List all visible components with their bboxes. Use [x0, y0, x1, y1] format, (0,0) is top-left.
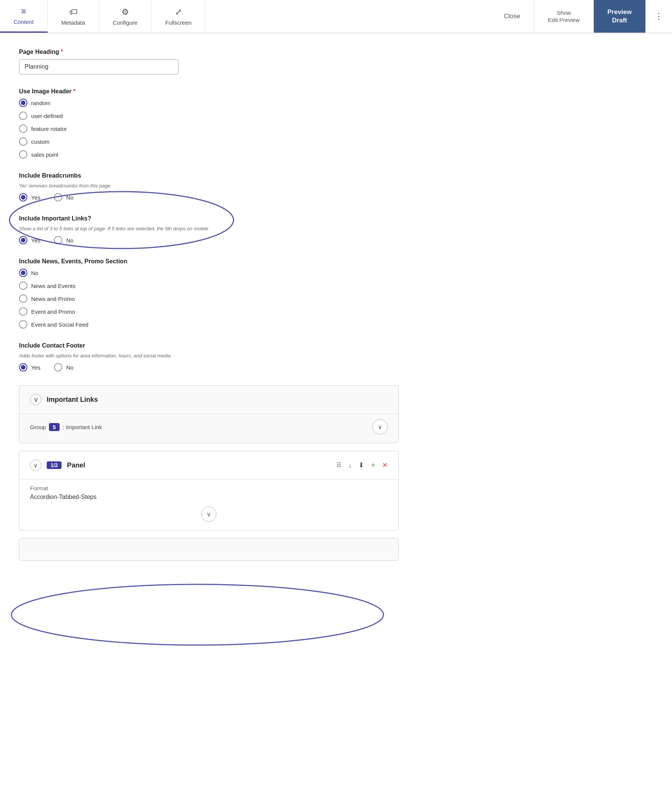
radio-user-defined-circle [19, 112, 27, 120]
radio-event-and-social-feed-label: Event and Social Feed [31, 321, 89, 328]
radio-contact-footer-yes-label: Yes [31, 364, 40, 371]
preview-draft-button[interactable]: Preview Draft [594, 0, 645, 32]
toolbar: ≡ Content 🏷 Metadata ⚙ Configure ⤢ Fulls… [0, 0, 672, 33]
include-news-events-field: Include News, Events, Promo Section No N… [19, 258, 398, 329]
radio-news-and-promo-label: News and Promo [31, 295, 75, 302]
group-number-badge: 5 [49, 423, 60, 431]
tab-configure[interactable]: ⚙ Configure [99, 0, 152, 32]
panel-add-icon[interactable]: + [371, 461, 375, 469]
panel-body: Format Accordion-Tabbed-Steps ∨ [19, 479, 398, 530]
panel-title: Panel [67, 461, 331, 469]
tab-content-label: Content [14, 19, 34, 25]
close-button[interactable]: Close [490, 0, 534, 32]
metadata-icon: 🏷 [69, 7, 77, 17]
toolbar-actions: Close ShowEdit Preview Preview Draft ⋮ [490, 0, 672, 32]
important-links-section: ∨ Important Links Group 5 : Important Li… [19, 385, 398, 443]
tab-fullscreen-label: Fullscreen [165, 19, 192, 26]
svg-point-1 [11, 584, 383, 645]
content-icon: ≡ [21, 7, 26, 16]
include-breadcrumbs-label: Include Breadcrumbs [19, 172, 398, 179]
panel-grid-icon[interactable]: ⠿ [336, 461, 341, 469]
radio-breadcrumbs-yes-label: Yes [31, 194, 40, 201]
show-edit-preview-button[interactable]: ShowEdit Preview [534, 0, 593, 32]
radio-important-links-no-circle [54, 236, 62, 244]
format-label: Format [30, 485, 388, 491]
bottom-section-block [19, 538, 398, 561]
include-important-links-label: Include Important Links? [19, 215, 398, 222]
radio-event-and-social-feed[interactable]: Event and Social Feed [19, 320, 398, 329]
radio-news-and-promo[interactable]: News and Promo [19, 294, 398, 303]
radio-contact-footer-yes-circle [19, 363, 27, 372]
page-heading-field: Page Heading* [19, 49, 398, 74]
radio-user-defined[interactable]: user-defined [19, 112, 398, 120]
radio-custom-circle [19, 137, 27, 146]
radio-news-and-events[interactable]: News and Events [19, 281, 398, 290]
format-value: Accordion-Tabbed-Steps [30, 494, 388, 500]
include-news-events-label: Include News, Events, Promo Section [19, 258, 398, 265]
panel-move-down-icon[interactable]: ↓ [348, 461, 352, 469]
include-contact-footer-field: Include Contact Footer Adds footer with … [19, 342, 398, 372]
use-image-header-field: Use Image Header* random user-defined fe… [19, 88, 398, 159]
tab-metadata-label: Metadata [62, 19, 85, 26]
tab-fullscreen[interactable]: ⤢ Fullscreen [152, 0, 205, 32]
radio-sales-point-circle [19, 150, 27, 159]
tab-content[interactable]: ≡ Content [0, 0, 48, 32]
include-breadcrumbs-sublabel: 'No' removes breadcrumbs from this page [19, 183, 398, 189]
important-links-header[interactable]: ∨ Important Links [19, 386, 398, 414]
radio-important-links-yes[interactable]: Yes [19, 236, 40, 244]
radio-custom-label: custom [31, 138, 50, 145]
tab-metadata[interactable]: 🏷 Metadata [48, 0, 99, 32]
panel-chevron-icon[interactable]: ∨ [30, 459, 41, 471]
page-heading-input[interactable] [19, 59, 178, 74]
radio-breadcrumbs-yes[interactable]: Yes [19, 193, 40, 201]
main-content: Page Heading* Use Image Header* random u… [0, 33, 417, 576]
include-contact-footer-options: Yes No [19, 363, 398, 372]
panel-delete-icon[interactable]: ✕ [382, 461, 388, 469]
radio-breadcrumbs-no-label: No [66, 194, 73, 201]
radio-contact-footer-yes[interactable]: Yes [19, 363, 40, 372]
radio-contact-footer-no-circle [54, 363, 62, 372]
include-breadcrumbs-field: Include Breadcrumbs 'No' removes breadcr… [19, 172, 398, 201]
radio-news-and-events-circle [19, 281, 27, 290]
radio-news-no[interactable]: No [19, 269, 398, 277]
panel-actions: ⠿ ↓ ⬇ + ✕ [336, 461, 388, 469]
important-links-body: Group 5 : Important Link ∨ [19, 414, 398, 443]
radio-important-links-no[interactable]: No [54, 236, 73, 244]
panel-expand-button[interactable]: ∨ [201, 507, 216, 522]
radio-important-links-yes-label: Yes [31, 237, 40, 244]
radio-news-no-circle [19, 269, 27, 277]
radio-event-and-promo[interactable]: Event and Promo [19, 307, 398, 316]
radio-breadcrumbs-yes-circle [19, 193, 27, 201]
radio-breadcrumbs-no-circle [54, 193, 62, 201]
radio-news-no-label: No [31, 270, 38, 276]
configure-icon: ⚙ [121, 7, 129, 17]
more-icon: ⋮ [655, 11, 663, 21]
radio-sales-point[interactable]: sales point [19, 150, 398, 159]
important-links-expand-button[interactable]: ∨ [373, 419, 388, 435]
group-suffix: : Important Link [63, 424, 102, 430]
required-marker: * [61, 49, 63, 55]
radio-breadcrumbs-no[interactable]: No [54, 193, 73, 201]
radio-news-and-promo-circle [19, 294, 27, 303]
radio-contact-footer-no[interactable]: No [54, 363, 73, 372]
tab-configure-label: Configure [113, 19, 137, 26]
important-links-chevron-icon: ∨ [30, 394, 41, 405]
page-heading-label: Page Heading* [19, 49, 398, 55]
panel-download-icon[interactable]: ⬇ [358, 461, 364, 469]
radio-user-defined-label: user-defined [31, 113, 63, 119]
more-options-button[interactable]: ⋮ [645, 0, 672, 32]
radio-random[interactable]: random [19, 99, 398, 107]
radio-feature-rotator-circle [19, 125, 27, 133]
include-breadcrumbs-options: Yes No [19, 193, 398, 201]
page-wrapper: ≡ Content 🏷 Metadata ⚙ Configure ⤢ Fulls… [0, 0, 672, 812]
panel-badge: 1/2 [47, 461, 62, 469]
include-important-links-options: Yes No [19, 236, 398, 244]
include-news-events-options: No News and Events News and Promo Event … [19, 269, 398, 329]
radio-feature-rotator-label: feature rotator [31, 126, 67, 132]
required-marker-2: * [73, 88, 75, 94]
radio-custom[interactable]: custom [19, 137, 398, 146]
radio-feature-rotator[interactable]: feature rotator [19, 125, 398, 133]
use-image-header-label: Use Image Header* [19, 88, 398, 95]
panel-section: ∨ 1/2 Panel ⠿ ↓ ⬇ + ✕ Format Accordion-T… [19, 451, 398, 531]
important-links-title: Important Links [47, 396, 98, 404]
